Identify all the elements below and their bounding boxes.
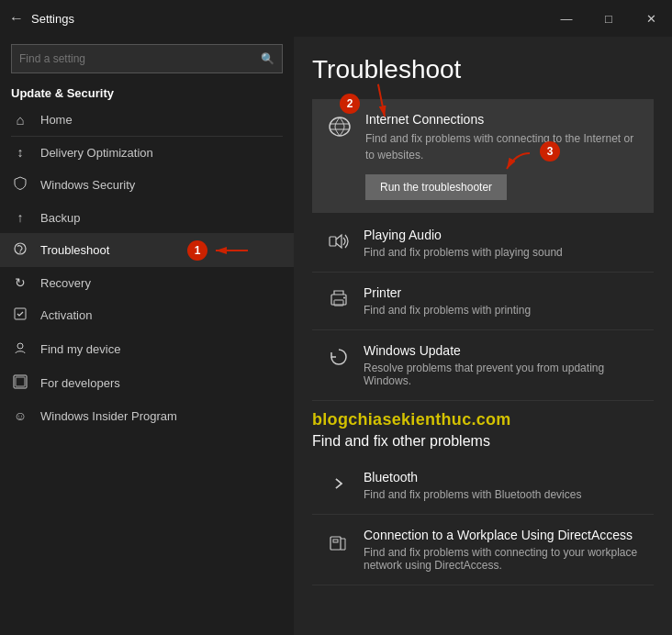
shield-icon (11, 176, 29, 194)
windows-update-title: Windows Update (364, 343, 639, 358)
printer-item[interactable]: Printer Find and fix problems with print… (312, 273, 654, 330)
nav-item-recovery[interactable]: ↻ Recovery (0, 267, 294, 298)
svg-point-4 (17, 343, 23, 349)
bluetooth-item[interactable]: Bluetooth Find and fix problems with Blu… (312, 457, 654, 515)
workplace-desc: Find and fix problems with connecting to… (364, 546, 639, 572)
nav-item-developers[interactable]: For developers (0, 366, 294, 400)
internet-icon (327, 114, 353, 143)
insider-icon: ☺ (11, 408, 29, 423)
activation-icon (11, 306, 29, 324)
svg-rect-9 (330, 237, 336, 246)
printer-title: Printer (364, 285, 531, 300)
recovery-icon: ↻ (11, 275, 29, 290)
printer-icon (327, 287, 351, 315)
playing-audio-desc: Find and fix problems with playing sound (364, 246, 563, 259)
maximize-button[interactable]: □ (588, 0, 630, 37)
svg-point-12 (343, 297, 345, 299)
svg-rect-14 (333, 540, 338, 542)
workplace-icon (327, 529, 351, 557)
annotation-badge-2: 2 (340, 94, 360, 114)
expanded-troubleshoot-item[interactable]: 2 (312, 99, 654, 213)
audio-icon (327, 229, 351, 257)
nav-item-activation[interactable]: Activation (0, 298, 294, 332)
developers-icon (11, 374, 29, 392)
close-button[interactable]: ✕ (630, 0, 672, 37)
window-title: Settings (31, 12, 74, 26)
nav-item-troubleshoot[interactable]: Troubleshoot 1 (0, 233, 294, 267)
nav-item-find-my-device[interactable]: Find my device (0, 332, 294, 366)
annotation-arrow-3 (488, 149, 534, 176)
workplace-title: Connection to a Workplace Using DirectAc… (364, 528, 639, 542)
search-icon: 🔍 (261, 52, 274, 65)
annotation-badge-1: 1 (187, 240, 207, 261)
other-problems-title: Find and fix other problems (312, 433, 654, 450)
svg-point-1 (19, 251, 21, 253)
page-title: Troubleshoot (312, 55, 654, 84)
nav-item-windows-security[interactable]: Windows Security (0, 168, 294, 202)
home-icon: ⌂ (11, 112, 29, 128)
annotation-arrow-1 (211, 240, 257, 262)
svg-rect-6 (16, 377, 25, 386)
playing-audio-item[interactable]: Playing Audio Find and fix problems with… (312, 215, 654, 273)
main-content: Troubleshoot 2 (294, 37, 672, 635)
troubleshoot-icon (11, 241, 29, 259)
playing-audio-title: Playing Audio (364, 228, 563, 242)
nav-item-delivery[interactable]: ↕ Delivery Optimization (0, 137, 294, 168)
search-input[interactable] (19, 52, 261, 65)
section-title: Update & Security (0, 81, 294, 104)
svg-rect-3 (15, 308, 26, 319)
windows-update-item[interactable]: Windows Update Resolve problems that pre… (312, 330, 654, 401)
nav-item-insider[interactable]: ☺ Windows Insider Program (0, 400, 294, 431)
backup-icon: ↑ (11, 210, 29, 225)
back-icon[interactable]: ← (9, 10, 24, 27)
update-icon (327, 345, 351, 373)
search-box[interactable]: 🔍 (11, 44, 283, 73)
sidebar: 🔍 Update & Security ⌂ Home ↕ Delivery Op… (0, 37, 294, 635)
nav-item-backup[interactable]: ↑ Backup (0, 202, 294, 233)
find-device-icon (11, 340, 29, 358)
annotation-badge-3: 3 (540, 141, 560, 162)
minimize-button[interactable]: — (545, 0, 588, 37)
workplace-connection-item[interactable]: Connection to a Workplace Using DirectAc… (312, 515, 654, 585)
run-troubleshooter-button[interactable]: Run the troubleshooter (365, 174, 507, 200)
watermark: blogchiasekienthuc.com (312, 410, 654, 429)
bluetooth-icon (327, 472, 351, 499)
windows-update-desc: Resolve problems that prevent you from u… (364, 362, 639, 387)
delivery-icon: ↕ (11, 145, 29, 160)
bluetooth-desc: Find and fix problems with Bluetooth dev… (364, 488, 581, 501)
nav-item-home[interactable]: ⌂ Home (0, 104, 294, 136)
printer-desc: Find and fix problems with printing (364, 304, 531, 317)
bluetooth-title: Bluetooth (364, 470, 581, 485)
svg-rect-13 (330, 537, 341, 550)
